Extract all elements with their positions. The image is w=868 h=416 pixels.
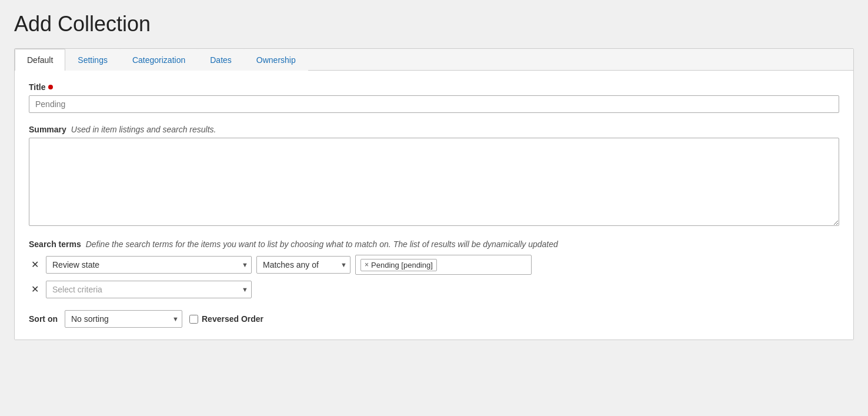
- tag-remove-icon[interactable]: ×: [365, 261, 369, 269]
- summary-textarea[interactable]: [29, 138, 839, 226]
- search-terms-group: Search terms Define the search terms for…: [29, 239, 839, 298]
- tab-categorization[interactable]: Categorization: [120, 49, 198, 71]
- sort-on-label: Sort on: [29, 314, 58, 324]
- criteria-1-select-wrapper: Review state ▼: [46, 256, 252, 274]
- criteria-1-select[interactable]: Review state: [46, 256, 252, 274]
- tab-ownership[interactable]: Ownership: [244, 49, 308, 71]
- remove-criteria-2-button[interactable]: ✕: [29, 284, 41, 295]
- search-terms-desc: Define the search terms for the items yo…: [86, 239, 558, 249]
- required-indicator: [48, 85, 53, 89]
- sort-row: Sort on No sorting ▼ Reversed Order: [29, 310, 839, 328]
- match-type-1-select[interactable]: Matches any of: [256, 256, 350, 274]
- title-field-group: Title: [29, 82, 839, 113]
- sort-select-wrapper: No sorting ▼: [65, 310, 182, 328]
- sort-select[interactable]: No sorting: [65, 310, 182, 328]
- criteria-2-select[interactable]: Select criteria: [46, 281, 252, 298]
- tab-default[interactable]: Default: [15, 49, 65, 71]
- criteria-2-select-wrapper: Select criteria ▼: [46, 281, 252, 298]
- reversed-order-label: Reversed Order: [189, 314, 263, 324]
- title-label: Title: [29, 82, 839, 92]
- search-terms-label: Search terms Define the search terms for…: [29, 239, 839, 249]
- title-input[interactable]: [29, 95, 839, 113]
- tag-label: Pending [pending]: [371, 261, 433, 269]
- summary-sublabel: Used in item listings and search results…: [71, 125, 216, 134]
- search-criteria-row-2: ✕ Select criteria ▼: [29, 281, 839, 298]
- form-card: Default Settings Categorization Dates Ow…: [14, 48, 854, 340]
- tabs-bar: Default Settings Categorization Dates Ow…: [15, 49, 853, 71]
- summary-label: Summary Used in item listings and search…: [29, 125, 839, 134]
- tab-settings[interactable]: Settings: [65, 49, 120, 71]
- tag-input-area-1[interactable]: × Pending [pending]: [355, 255, 532, 275]
- summary-field-group: Summary Used in item listings and search…: [29, 125, 839, 228]
- tag-pending: × Pending [pending]: [360, 259, 437, 271]
- tab-dates[interactable]: Dates: [198, 49, 244, 71]
- page-title: Add Collection: [14, 12, 854, 36]
- search-criteria-row-1: ✕ Review state ▼ Matches any of ▼: [29, 255, 839, 275]
- remove-criteria-1-button[interactable]: ✕: [29, 259, 41, 271]
- match-type-1-select-wrapper: Matches any of ▼: [256, 256, 350, 274]
- form-body: Title Summary Used in item listings and …: [15, 71, 853, 340]
- reversed-order-checkbox[interactable]: [189, 315, 198, 324]
